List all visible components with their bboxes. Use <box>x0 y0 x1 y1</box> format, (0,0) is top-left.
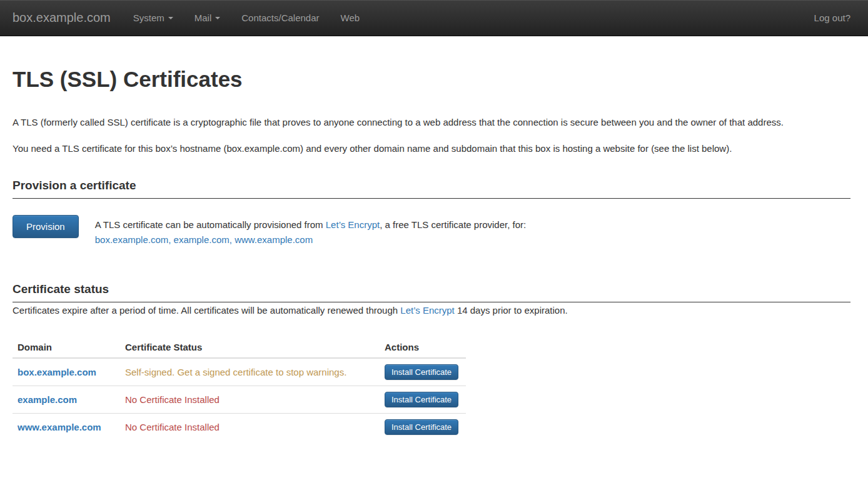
table-row: www.example.com No Certificate Installed… <box>13 413 466 441</box>
certificate-table: Domain Certificate Status Actions box.ex… <box>13 337 466 441</box>
status-text: No Certificate Installed <box>120 386 380 413</box>
top-navbar: box.example.com System Mail Contacts/Cal… <box>0 0 868 36</box>
lets-encrypt-link[interactable]: Let’s Encrypt <box>400 305 454 316</box>
status-text: Self-signed. Get a signed certificate to… <box>120 358 380 386</box>
install-certificate-button[interactable]: Install Certificate <box>385 392 458 407</box>
certificate-status-description: Certificates expire after a period of ti… <box>13 302 850 318</box>
column-header-actions: Actions <box>380 337 466 358</box>
intro-paragraph-1: A TLS (formerly called SSL) certificate … <box>13 114 850 130</box>
provision-domains-line: box.example.com, example.com, www.exampl… <box>95 232 527 247</box>
status-text: No Certificate Installed <box>120 413 380 441</box>
logout-link[interactable]: Log out? <box>804 1 850 35</box>
nav-item-contacts-calendar-label: Contacts/Calendar <box>241 12 319 23</box>
nav-item-system-label: System <box>133 12 164 23</box>
nav-item-web[interactable]: Web <box>330 1 371 35</box>
nav-item-system[interactable]: System <box>123 1 184 35</box>
column-header-certificate-status: Certificate Status <box>120 337 380 358</box>
nav-item-mail-label: Mail <box>194 12 212 23</box>
provision-button[interactable]: Provision <box>13 215 79 238</box>
nav-item-mail[interactable]: Mail <box>184 1 231 35</box>
provision-description: A TLS certificate can be automatically p… <box>95 215 527 247</box>
provision-text-after-link: , a free TLS certificate provider, for: <box>380 219 526 230</box>
domain-link-www-example-com[interactable]: www.example.com <box>18 422 101 432</box>
provision-text-before-link: A TLS certificate can be automatically p… <box>95 219 326 230</box>
certificate-table-header: Domain Certificate Status Actions <box>13 337 466 358</box>
install-certificate-button[interactable]: Install Certificate <box>385 364 458 380</box>
caret-down-icon <box>168 17 173 19</box>
domain-link-box-example-com[interactable]: box.example.com <box>18 367 96 377</box>
navbar-brand[interactable]: box.example.com <box>13 11 111 25</box>
install-certificate-button[interactable]: Install Certificate <box>385 419 458 435</box>
main-content: TLS (SSL) Certificates A TLS (formerly c… <box>0 67 868 441</box>
domain-link-example-com[interactable]: example.com <box>18 394 77 405</box>
navbar-menu: System Mail Contacts/Calendar Web <box>123 1 370 35</box>
lets-encrypt-link[interactable]: Let’s Encrypt <box>326 219 380 230</box>
column-header-domain: Domain <box>13 337 120 358</box>
table-row: example.com No Certificate Installed Ins… <box>13 386 466 413</box>
status-text-before-link: Certificates expire after a period of ti… <box>13 305 400 316</box>
nav-item-contacts-calendar[interactable]: Contacts/Calendar <box>231 1 330 35</box>
navbar-right: Log out? <box>804 1 850 35</box>
page-title: TLS (SSL) Certificates <box>13 67 850 92</box>
status-text-after-link: 14 days prior to expiration. <box>455 305 568 316</box>
provision-domains-links[interactable]: box.example.com, example.com, www.exampl… <box>95 234 313 245</box>
table-row: box.example.com Self-signed. Get a signe… <box>13 358 466 386</box>
intro-paragraph-2: You need a TLS certificate for this box’… <box>13 141 850 156</box>
nav-item-web-label: Web <box>341 12 360 23</box>
provision-description-line1: A TLS certificate can be automatically p… <box>95 217 527 232</box>
provision-section-heading: Provision a certificate <box>13 179 850 199</box>
provision-row: Provision A TLS certificate can be autom… <box>13 215 850 247</box>
caret-down-icon <box>215 17 220 19</box>
certificate-status-heading: Certificate status <box>13 282 850 302</box>
